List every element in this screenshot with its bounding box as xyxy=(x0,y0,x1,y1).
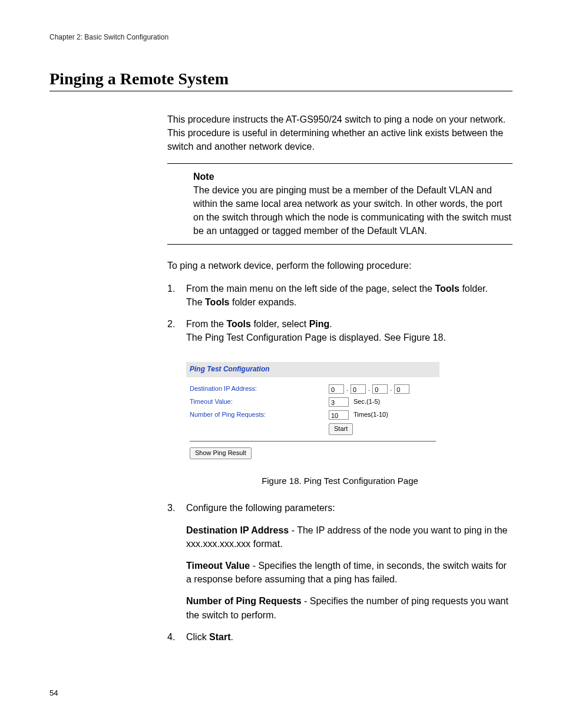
dot: . xyxy=(368,384,370,394)
step-4: 4. Click Start. xyxy=(167,630,513,644)
param-ping-requests: Number of Ping Requests - Specifies the … xyxy=(186,594,513,621)
param-name: Timeout Value xyxy=(186,561,250,571)
content-column: This procedure instructs the AT-GS950/24… xyxy=(167,113,513,644)
timeout-input[interactable]: 3 xyxy=(329,397,349,407)
text: folder expands. xyxy=(230,297,297,307)
step-body: From the main menu on the left side of t… xyxy=(186,282,513,309)
param-name: Number of Ping Requests xyxy=(186,596,302,606)
row-start-button: Start xyxy=(190,423,436,435)
show-ping-result-button[interactable]: Show Ping Result xyxy=(190,447,252,459)
bold-tools: Tools xyxy=(205,297,229,307)
text: The Ping Test Configuration Page is disp… xyxy=(186,332,446,342)
label-timeout: Timeout Value: xyxy=(190,397,329,407)
ip-octet-3[interactable]: 0 xyxy=(372,384,388,394)
param-name: Destination IP Address xyxy=(186,525,289,535)
count-input[interactable]: 10 xyxy=(329,410,349,420)
row-destination-ip: Destination IP Address: 0. 0. 0. 0 xyxy=(190,384,436,394)
bold-tools: Tools xyxy=(435,284,459,294)
count-inputs: 10 Times(1-10) xyxy=(329,410,388,420)
intro-paragraph: This procedure instructs the AT-GS950/24… xyxy=(167,113,513,154)
row-ping-count: Number of Ping Requests: 10 Times(1-10) xyxy=(190,410,436,420)
bold-start: Start xyxy=(209,632,230,642)
step-3: 3. Configure the following parameters: xyxy=(167,501,513,515)
text: . xyxy=(231,632,233,642)
figure-caption: Figure 18. Ping Test Configuration Page xyxy=(167,475,513,487)
step-number: 1. xyxy=(167,282,186,309)
step-number: 4. xyxy=(167,630,186,644)
row-timeout: Timeout Value: 3 Sec.(1-5) xyxy=(190,397,436,407)
text: Click xyxy=(186,632,209,642)
section-title: Pinging a Remote System xyxy=(49,70,513,91)
note-text: The device you are pinging must be a mem… xyxy=(193,183,513,238)
ip-octet-4[interactable]: 0 xyxy=(394,384,409,394)
dot: . xyxy=(390,384,392,394)
note-box: Note The device you are pinging must be … xyxy=(167,163,513,245)
timeout-inputs: 3 Sec.(1-5) xyxy=(329,397,380,407)
panel-title: Ping Test Configuration xyxy=(186,362,439,377)
text: From the xyxy=(186,319,226,329)
step-body: From the Tools folder, select Ping. The … xyxy=(186,317,513,344)
page-number: 54 xyxy=(49,689,58,697)
count-suffix: Times(1-10) xyxy=(353,410,388,420)
text: The xyxy=(186,297,205,307)
param-timeout: Timeout Value - Specifies the length of … xyxy=(186,559,513,586)
ping-config-panel: Ping Test Configuration Destination IP A… xyxy=(186,362,439,463)
step-body: Click Start. xyxy=(186,630,513,644)
text: folder, select xyxy=(251,319,309,329)
ip-octet-1[interactable]: 0 xyxy=(329,384,344,394)
divider xyxy=(190,441,436,442)
page: Chapter 2: Basic Switch Configuration Pi… xyxy=(0,0,562,728)
step-body: Configure the following parameters: xyxy=(186,501,513,515)
dot: . xyxy=(346,384,348,394)
panel-body: Destination IP Address: 0. 0. 0. 0 Timeo… xyxy=(186,377,439,464)
timeout-suffix: Sec.(1-5) xyxy=(353,397,380,407)
text: folder. xyxy=(459,284,488,294)
label-destination-ip: Destination IP Address: xyxy=(190,384,329,394)
param-destination-ip: Destination IP Address - The IP address … xyxy=(186,523,513,551)
step-1: 1. From the main menu on the left side o… xyxy=(167,282,513,309)
procedure-lead-in: To ping a network device, perform the fo… xyxy=(167,259,513,272)
bold-tools: Tools xyxy=(226,319,250,329)
label-ping-count: Number of Ping Requests: xyxy=(190,410,329,420)
ip-inputs: 0. 0. 0. 0 xyxy=(329,384,409,394)
step-2: 2. From the Tools folder, select Ping. T… xyxy=(167,317,513,344)
bold-ping: Ping xyxy=(309,319,330,329)
ip-octet-2[interactable]: 0 xyxy=(351,384,366,394)
running-header: Chapter 2: Basic Switch Configuration xyxy=(49,33,513,41)
text: From the main menu on the left side of t… xyxy=(186,284,435,294)
figure-18: Ping Test Configuration Destination IP A… xyxy=(186,362,513,463)
start-button[interactable]: Start xyxy=(329,423,353,435)
step-number: 2. xyxy=(167,317,186,344)
text: . xyxy=(329,319,332,329)
note-label: Note xyxy=(193,170,513,183)
step-number: 3. xyxy=(167,501,186,515)
